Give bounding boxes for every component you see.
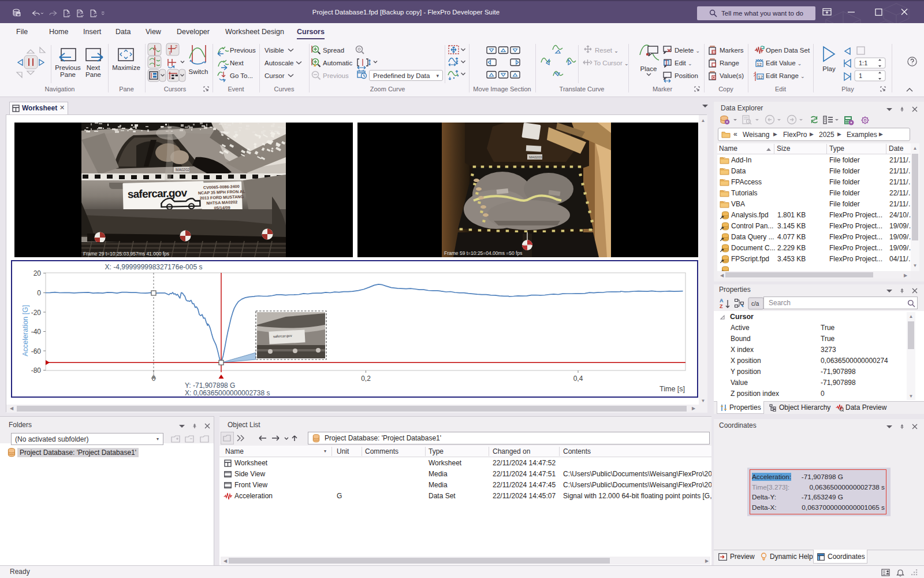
- svg-text:MA0202: MA0202: [176, 168, 190, 172]
- svg-text:0,4: 0,4: [573, 375, 583, 383]
- svg-text:-40: -40: [31, 328, 42, 336]
- svg-text:-60: -60: [31, 347, 42, 355]
- svg-text:safercar.gov: safercar.gov: [128, 187, 188, 201]
- svg-text:Frame 29 t=10:25:03.957ms 41: Frame 29 t=10:25:03.957ms 41.000 fps: [83, 251, 169, 257]
- svg-text:Frame 59 t=10:25=04.00ms =50: Frame 59 t=10:25=04.00ms =50 fps: [444, 250, 522, 256]
- svg-text:0: 0: [37, 289, 41, 297]
- svg-text:Acceleration [G]: Acceleration [G]: [21, 305, 29, 357]
- svg-text:0,2: 0,2: [361, 375, 371, 383]
- svg-text:c/a: c/a: [751, 301, 759, 307]
- svg-text:Z: Z: [720, 303, 723, 309]
- svg-text:MA0203: MA0203: [529, 155, 542, 159]
- svg-text:Time [s]: Time [s]: [660, 385, 685, 393]
- svg-text:-80: -80: [31, 366, 42, 375]
- svg-text:-20: -20: [31, 309, 42, 317]
- svg-text:2: 2: [175, 44, 178, 49]
- svg-text:1: 1: [169, 50, 172, 55]
- svg-text:Y: -71,907898 G: Y: -71,907898 G: [185, 381, 235, 390]
- svg-text:12: 12: [758, 75, 763, 80]
- svg-text:X: 0,06365000000002738 s: X: 0,06365000000002738 s: [185, 389, 270, 397]
- svg-text:20: 20: [33, 269, 42, 277]
- svg-text:12: 12: [757, 62, 762, 67]
- svg-text:X: -4,999999998327176e-005 s: X: -4,999999998327176e-005 s: [105, 263, 203, 271]
- svg-text:A: A: [720, 298, 724, 303]
